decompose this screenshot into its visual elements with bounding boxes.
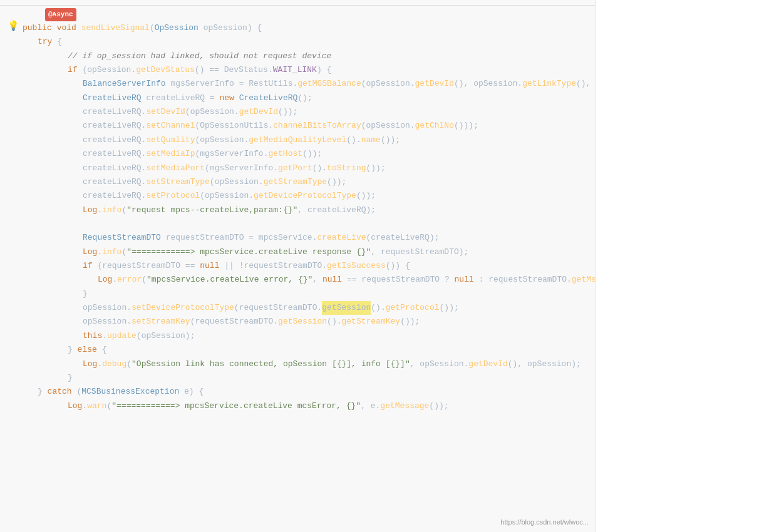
code-line: createLiveRQ.setStreamType(opSession.get… — [0, 175, 595, 189]
lightbulb-icon: 💡 — [8, 20, 19, 32]
code-line: BalanceServerInfo mgsServerInfo = RestUt… — [0, 77, 595, 91]
code-editor: 💡 @Async public void sendLiveSignal(OpSe… — [0, 0, 595, 532]
code-line: // if op_session had linked, should not … — [0, 49, 595, 63]
code-line: if (requestStreamDTO == null || !request… — [0, 259, 595, 273]
code-line: createLiveRQ.setProtocol(opSession.getDe… — [0, 189, 595, 203]
code-line: createLiveRQ.setMediaIp(mgsServerInfo.ge… — [0, 147, 595, 161]
code-line: } else { — [0, 343, 595, 357]
code-line: opSession.setStreamKey(requestStreamDTO.… — [0, 315, 595, 329]
code-line: Log.error("mpcsService.createLive error,… — [0, 273, 595, 287]
watermark: https://blog.csdn.net/wlwoc... — [500, 518, 589, 526]
annotation-line: @Async — [0, 8, 595, 21]
code-line: Log.debug("OpSession link has connected,… — [0, 357, 595, 371]
code-line: this.update(opSession); — [0, 329, 595, 343]
code-line: try { — [0, 35, 595, 49]
code-line: Log.info("request mpcs--createLive,param… — [0, 203, 595, 217]
right-panel — [595, 0, 784, 532]
code-line: Log.warn("============> mpcsService.crea… — [0, 399, 595, 413]
code-line: } — [0, 371, 595, 385]
code-line: CreateLiveRQ createLiveRQ = new CreateLi… — [0, 91, 595, 105]
code-line: } — [0, 287, 595, 301]
code-line: Log.info("============> mpcsService.crea… — [0, 245, 595, 259]
code-line: opSession.setDeviceProtocolType(requestS… — [0, 301, 595, 315]
code-line: if (opSession.getDevStatus() == DevStatu… — [0, 63, 595, 77]
code-line: createLiveRQ.setChannel(OpSessionUtils.c… — [0, 119, 595, 133]
code-line: public void sendLiveSignal(OpSession opS… — [0, 21, 595, 35]
code-line: createLiveRQ.setMediaPort(mgsServerInfo.… — [0, 161, 595, 175]
code-line: RequestStreamDTO requestStreamDTO = mpcs… — [0, 231, 595, 245]
code-line: } catch (MCSBusinessException e) { — [0, 385, 595, 399]
code-line — [0, 217, 595, 231]
code-line: createLiveRQ.setQuality(opSession.getMed… — [0, 133, 595, 147]
code-line: createLiveRQ.setDevId(opSession.getDevId… — [0, 105, 595, 119]
async-badge: @Async — [45, 8, 76, 21]
